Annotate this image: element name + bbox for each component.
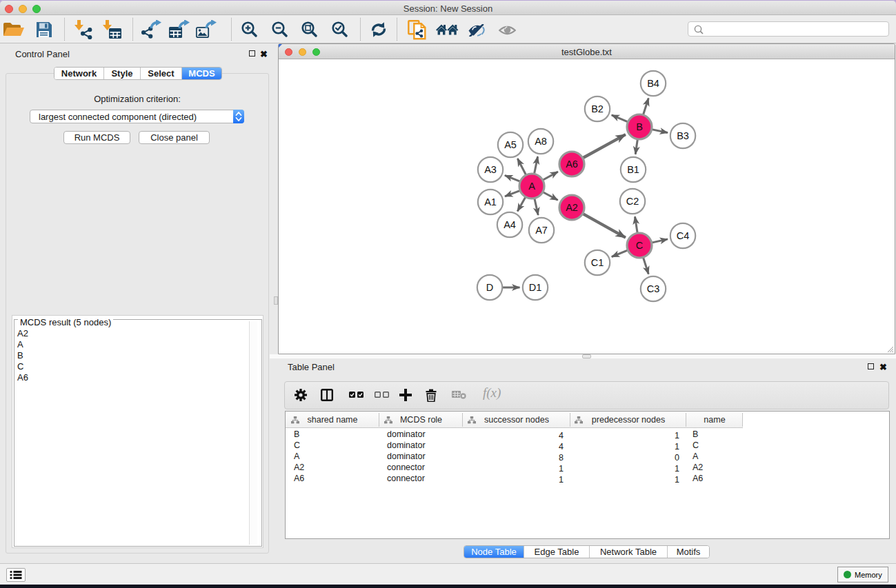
svg-text:A: A	[528, 181, 535, 192]
svg-text:C1: C1	[591, 257, 604, 268]
svg-text:B4: B4	[647, 78, 659, 89]
svg-text:A5: A5	[504, 139, 517, 150]
svg-text:A4: A4	[504, 219, 516, 230]
svg-text:B: B	[636, 121, 643, 132]
svg-text:C2: C2	[626, 196, 639, 207]
svg-text:A3: A3	[484, 164, 497, 175]
svg-text:A2: A2	[566, 202, 578, 213]
svg-text:B3: B3	[677, 130, 689, 141]
svg-text:C3: C3	[647, 283, 660, 294]
svg-text:A8: A8	[535, 136, 547, 147]
svg-text:B2: B2	[591, 103, 604, 114]
svg-text:A6: A6	[566, 159, 578, 170]
svg-text:C: C	[636, 240, 643, 251]
svg-text:A1: A1	[484, 196, 497, 207]
svg-text:B1: B1	[627, 164, 639, 175]
svg-text:D1: D1	[529, 282, 542, 293]
svg-text:C4: C4	[677, 230, 690, 241]
svg-text:A7: A7	[535, 225, 548, 236]
svg-text:D: D	[486, 282, 493, 293]
